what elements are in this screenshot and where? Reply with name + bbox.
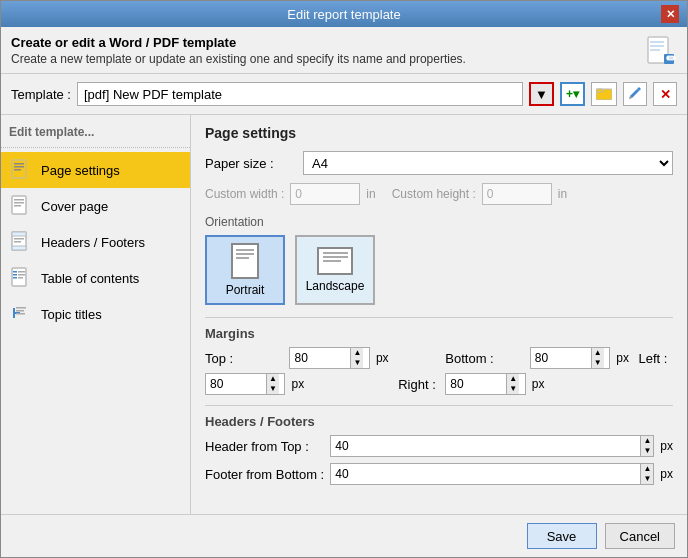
sidebar-item-headers-footers[interactable]: Headers / Footers: [1, 224, 190, 260]
sidebar-item-label-table-of-contents: Table of contents: [41, 271, 139, 286]
top-input[interactable]: [290, 348, 350, 368]
svg-rect-14: [14, 202, 24, 204]
header-top-decrement[interactable]: ▼: [640, 446, 653, 456]
top-px: px: [376, 351, 394, 365]
bottom-decrement[interactable]: ▼: [591, 358, 604, 368]
template-dropdown-button[interactable]: ▼: [529, 82, 554, 106]
svg-rect-23: [18, 271, 25, 273]
bottom-spinbox-btns: ▲ ▼: [591, 348, 604, 368]
portrait-button[interactable]: Portrait: [205, 235, 285, 305]
custom-height-input[interactable]: [482, 183, 552, 205]
header-from-top-label: Header from Top :: [205, 439, 324, 454]
landscape-lines: [323, 252, 348, 262]
margins-title: Margins: [205, 326, 673, 341]
bottom-bar: Save Cancel: [1, 514, 687, 557]
page-settings-icon: [9, 158, 33, 182]
svg-rect-17: [12, 232, 26, 236]
sidebar-item-label-topic-titles: Topic titles: [41, 307, 102, 322]
bottom-spinbox: ▲ ▼: [530, 347, 610, 369]
paper-size-row: Paper size : A4 A3 Letter Legal: [205, 151, 673, 175]
svg-rect-28: [16, 307, 26, 309]
footer-bottom-px: px: [660, 467, 673, 481]
unit-in-2: in: [558, 187, 567, 201]
svg-rect-24: [13, 274, 17, 276]
custom-height-label: Custom height :: [392, 187, 476, 201]
header-section: Create or edit a Word / PDF template Cre…: [1, 27, 687, 74]
custom-dims-row: Custom width : in Custom height : in: [205, 183, 673, 205]
main-content: Edit template... Page settings: [1, 115, 687, 514]
left-increment[interactable]: ▲: [266, 374, 279, 384]
header-title: Create or edit a Word / PDF template: [11, 35, 466, 50]
sidebar-item-topic-titles[interactable]: Topic titles: [1, 296, 190, 332]
paper-size-select[interactable]: A4 A3 Letter Legal: [303, 151, 673, 175]
table-of-contents-icon: [9, 266, 33, 290]
template-input[interactable]: [77, 82, 523, 106]
left-spinbox: ▲ ▼: [205, 373, 285, 395]
header-text: Create or edit a Word / PDF template Cre…: [11, 35, 466, 66]
left-label: Left :: [639, 351, 673, 366]
portrait-icon: [231, 243, 259, 279]
bottom-input[interactable]: [531, 348, 591, 368]
template-doc-icon: ✏: [645, 35, 677, 67]
sidebar-item-cover-page[interactable]: Cover page: [1, 188, 190, 224]
svg-rect-9: [14, 163, 24, 165]
divider-1: [205, 317, 673, 318]
landscape-label: Landscape: [306, 279, 365, 293]
header-top-px: px: [660, 439, 673, 453]
header-top-increment[interactable]: ▲: [640, 436, 653, 446]
right-decrement[interactable]: ▼: [506, 384, 519, 394]
portrait-label: Portrait: [226, 283, 265, 297]
svg-rect-30: [16, 313, 25, 315]
left-spinbox-btns: ▲ ▼: [266, 374, 279, 394]
close-button[interactable]: ✕: [661, 5, 679, 23]
custom-width-input[interactable]: [290, 183, 360, 205]
template-delete-button[interactable]: ✕: [653, 82, 677, 106]
left-input[interactable]: [206, 374, 266, 394]
add-icon: +▾: [566, 87, 579, 101]
right-input[interactable]: [446, 374, 506, 394]
right-label: Right :: [398, 377, 441, 392]
svg-rect-11: [14, 169, 21, 171]
svg-rect-13: [14, 199, 24, 201]
svg-rect-20: [14, 241, 21, 243]
sidebar-item-table-of-contents[interactable]: Table of contents: [1, 260, 190, 296]
svg-rect-27: [18, 277, 23, 279]
cancel-button[interactable]: Cancel: [605, 523, 675, 549]
svg-rect-7: [596, 89, 603, 92]
content-area: Page settings Paper size : A4 A3 Letter …: [191, 115, 687, 514]
sidebar-item-label-headers-footers: Headers / Footers: [41, 235, 145, 250]
landscape-icon: [317, 247, 353, 275]
left-px: px: [291, 377, 369, 391]
footer-from-bottom-label: Footer from Bottom :: [205, 467, 324, 482]
header-top-spinbox: ▲ ▼: [330, 435, 654, 457]
bottom-increment[interactable]: ▲: [591, 348, 604, 358]
hf-title: Headers / Footers: [205, 414, 673, 429]
template-folder-button[interactable]: [591, 82, 617, 106]
sidebar: Edit template... Page settings: [1, 115, 191, 514]
save-button[interactable]: Save: [527, 523, 597, 549]
right-increment[interactable]: ▲: [506, 374, 519, 384]
folder-icon: [596, 86, 612, 103]
top-decrement[interactable]: ▼: [350, 358, 363, 368]
svg-rect-18: [12, 246, 26, 250]
svg-rect-26: [13, 277, 17, 279]
svg-rect-25: [18, 274, 25, 276]
landscape-button[interactable]: Landscape: [295, 235, 375, 305]
header-subtitle: Create a new template or update an exist…: [11, 52, 466, 66]
top-increment[interactable]: ▲: [350, 348, 363, 358]
sidebar-item-page-settings[interactable]: Page settings: [1, 152, 190, 188]
footer-bottom-input[interactable]: [331, 464, 640, 484]
template-edit-button[interactable]: [623, 82, 647, 106]
title-bar: Edit report template ✕: [1, 1, 687, 27]
orientation-label: Orientation: [205, 215, 673, 229]
footer-bottom-increment[interactable]: ▲: [640, 464, 653, 474]
svg-rect-2: [650, 45, 664, 47]
footer-bottom-decrement[interactable]: ▼: [640, 474, 653, 484]
header-top-input[interactable]: [331, 436, 640, 456]
cover-page-icon: [9, 194, 33, 218]
dialog-title: Edit report template: [27, 7, 661, 22]
template-add-button[interactable]: +▾: [560, 82, 585, 106]
svg-rect-3: [650, 49, 660, 51]
dialog: Edit report template ✕ Create or edit a …: [0, 0, 688, 558]
left-decrement[interactable]: ▼: [266, 384, 279, 394]
